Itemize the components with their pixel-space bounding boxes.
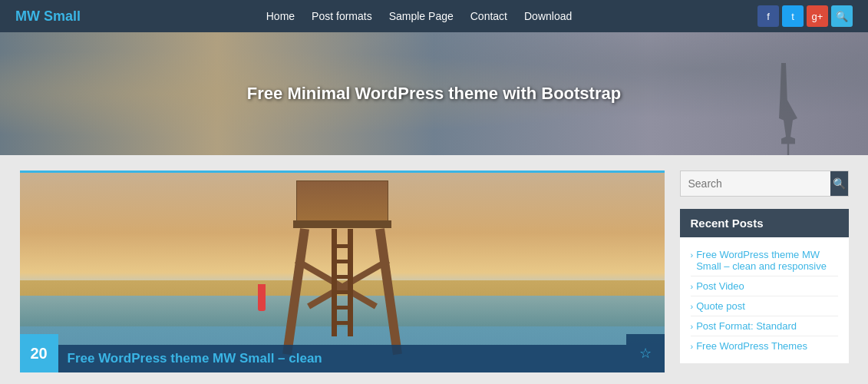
recent-post-label-4: Post Format: Standard <box>696 320 797 332</box>
tower-leg-left <box>282 228 309 355</box>
header-search-icon[interactable]: 🔍 <box>831 5 853 27</box>
social-icons: f t g+ 🔍 <box>757 5 853 27</box>
nav-item-post-formats[interactable]: Post formats <box>312 9 372 23</box>
recent-post-link-3[interactable]: › Quote post <box>691 300 838 312</box>
hero-title: Free Minimal WordPress theme with Bootst… <box>247 84 621 104</box>
site-header: MW Small Home Post formats Sample Page C… <box>0 0 868 32</box>
recent-posts-widget: Recent Posts › Free WordPress theme MW S… <box>680 209 849 363</box>
buoy <box>258 284 266 311</box>
nav-item-download[interactable]: Download <box>524 9 572 23</box>
recent-posts-list: › Free WordPress theme MW Small – clean … <box>680 237 849 363</box>
recent-post-label-2: Post Video <box>696 280 744 292</box>
google-plus-icon[interactable]: g+ <box>807 5 828 27</box>
nav-link-post-formats[interactable]: Post formats <box>312 10 372 22</box>
chevron-icon: › <box>691 250 694 260</box>
search-icon: 🔍 <box>833 177 846 190</box>
tower-leg-right <box>375 228 402 355</box>
tower <box>281 180 404 357</box>
recent-post-link-4[interactable]: › Post Format: Standard <box>691 320 838 332</box>
post-date-badge: 20 <box>20 334 58 372</box>
nav-link-sample-page[interactable]: Sample Page <box>389 10 454 22</box>
recent-post-label-3: Quote post <box>696 300 745 312</box>
chevron-icon: › <box>691 322 694 331</box>
list-item: › Post Format: Standard <box>691 316 838 336</box>
nav-item-sample-page[interactable]: Sample Page <box>389 9 454 23</box>
post-action-button[interactable]: ☆ <box>626 334 665 372</box>
list-item: › Post Video <box>691 276 838 296</box>
post-image <box>20 173 665 372</box>
recent-post-link-1[interactable]: › Free WordPress theme MW Small – clean … <box>691 249 838 272</box>
site-logo[interactable]: MW Small <box>15 8 81 25</box>
search-box: 🔍 <box>680 170 849 197</box>
recent-posts-title: Recent Posts <box>680 209 849 237</box>
post-title: Free WordPress theme MW Small – clean <box>58 345 626 372</box>
post-image-container: 20 Free WordPress theme MW Small – clean… <box>20 173 665 372</box>
nav-link-contact[interactable]: Contact <box>470 10 507 22</box>
recent-post-link-2[interactable]: › Post Video <box>691 280 838 292</box>
tower-cabin <box>296 180 388 223</box>
post-card: 20 Free WordPress theme MW Small – clean… <box>20 170 665 372</box>
twitter-icon[interactable]: t <box>782 5 804 27</box>
chevron-icon: › <box>691 302 694 311</box>
recent-post-link-5[interactable]: › Free WordPress Themes <box>691 340 838 352</box>
search-submit-button[interactable]: 🔍 <box>830 171 848 196</box>
list-item: › Free WordPress theme MW Small – clean … <box>691 245 838 276</box>
recent-post-label-5: Free WordPress Themes <box>696 340 807 352</box>
tower-ladder <box>332 229 353 336</box>
list-item: › Quote post <box>691 296 838 316</box>
recent-post-label-1: Free WordPress theme MW Small – clean an… <box>696 249 837 272</box>
nav-link-download[interactable]: Download <box>524 10 572 22</box>
search-input[interactable] <box>681 171 830 196</box>
nav-item-home[interactable]: Home <box>266 9 295 23</box>
main-nav: Home Post formats Sample Page Contact Do… <box>266 9 573 23</box>
chevron-icon: › <box>691 282 694 291</box>
facebook-icon[interactable]: f <box>757 5 779 27</box>
content-area: 20 Free WordPress theme MW Small – clean… <box>12 170 856 372</box>
chevron-icon: › <box>691 342 694 351</box>
list-item: › Free WordPress Themes <box>691 336 838 356</box>
star-icon: ☆ <box>639 345 652 362</box>
nav-menu: Home Post formats Sample Page Contact Do… <box>266 9 573 23</box>
hero-banner: Free Minimal WordPress theme with Bootst… <box>0 32 868 155</box>
nav-link-home[interactable]: Home <box>266 10 295 22</box>
main-posts: 20 Free WordPress theme MW Small – clean… <box>20 170 665 372</box>
sidebar: 🔍 Recent Posts › Free WordPress theme MW… <box>680 170 849 372</box>
nav-item-contact[interactable]: Contact <box>470 9 507 23</box>
